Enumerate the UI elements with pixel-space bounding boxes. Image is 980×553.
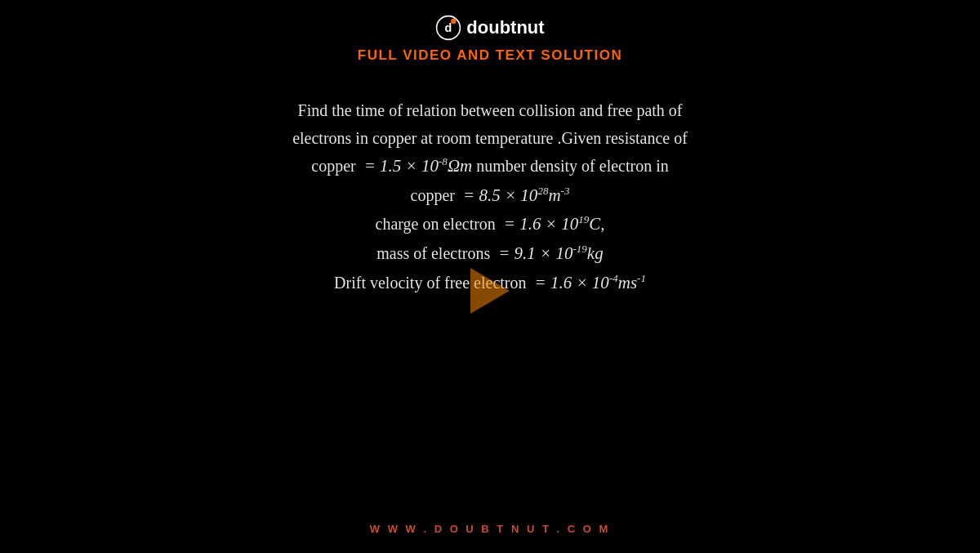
logo-text: doubtnut — [466, 17, 544, 38]
header: d doubtnut FULL VIDEO AND TEXT SOLUTION — [358, 15, 622, 64]
doubtnut-logo-icon: d — [435, 15, 461, 41]
subtitle: FULL VIDEO AND TEXT SOLUTION — [358, 47, 622, 64]
logo-area: d doubtnut — [435, 15, 544, 41]
footer-url: W W W . D O U B T N U T . C O M — [370, 523, 610, 535]
play-button-icon[interactable] — [470, 268, 510, 314]
svg-point-2 — [452, 19, 457, 24]
svg-text:d: d — [445, 21, 452, 34]
main-content: Find the time of relation between collis… — [122, 96, 858, 297]
